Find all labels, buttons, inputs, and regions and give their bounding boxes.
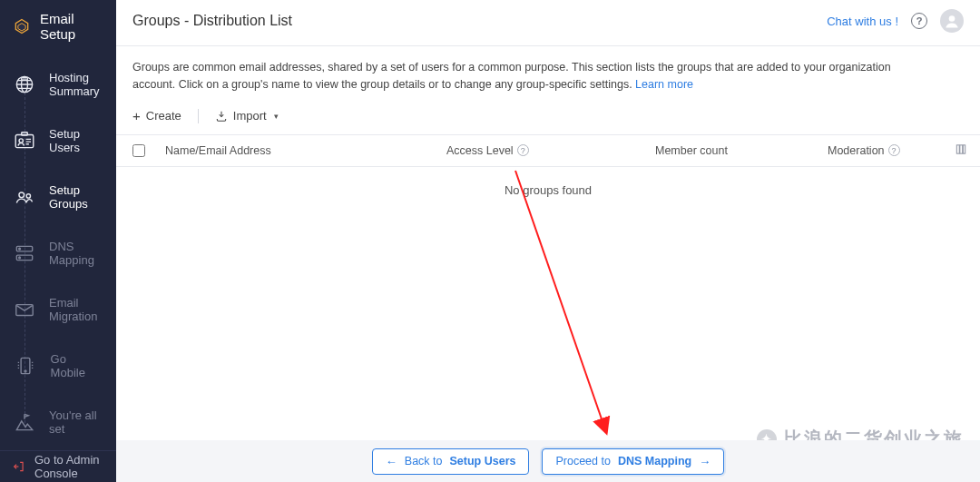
sidebar-item-setup-groups[interactable]: Setup Groups [0, 169, 116, 225]
back-prefix: Back to [405, 455, 443, 467]
exit-icon [13, 459, 25, 474]
select-all-cell [132, 144, 165, 157]
sidebar-item-label: Go Mobile [51, 352, 103, 379]
main: Groups - Distribution List Chat with us … [116, 0, 980, 482]
svg-rect-16 [956, 145, 959, 153]
sidebar-footer-label: Go to Admin Console [34, 453, 103, 480]
col-access-label: Access Level [446, 144, 514, 157]
app-logo-icon [13, 16, 31, 36]
sidebar-item-go-mobile[interactable]: Go Mobile [0, 338, 116, 394]
description-text: Groups are common email addresses, share… [132, 61, 891, 91]
back-button[interactable]: ← Back to Setup Users [372, 448, 530, 475]
learn-more-link[interactable]: Learn more [635, 78, 693, 91]
svg-point-7 [26, 194, 30, 198]
sidebar-item-label: DNS Mapping [49, 240, 103, 267]
divider [198, 109, 199, 123]
avatar[interactable] [940, 9, 964, 33]
help-icon[interactable]: ? [911, 13, 927, 29]
svg-point-5 [19, 139, 23, 143]
arrow-left-icon: ← [386, 455, 397, 468]
col-member[interactable]: Member count [655, 144, 828, 157]
col-access[interactable]: Access Level ? [446, 144, 655, 157]
create-label: Create [146, 109, 181, 123]
sidebar-item-label: Hosting Summary [49, 71, 103, 98]
sidebar-item-label: Setup Groups [49, 183, 103, 211]
mobile-icon [13, 353, 38, 379]
chevron-down-icon: ▾ [274, 112, 279, 121]
table-header: Name/Email Address Access Level ? Member… [116, 134, 980, 167]
svg-point-15 [949, 15, 956, 22]
col-moderation[interactable]: Moderation ? [828, 144, 964, 157]
sidebar-item-hosting-summary[interactable]: Hosting Summary [0, 56, 116, 113]
plus-icon: + [132, 109, 141, 123]
sidebar-header: Email Setup [0, 0, 116, 56]
svg-point-10 [19, 248, 21, 250]
import-label: Import [233, 109, 267, 123]
users-group-icon [13, 184, 36, 210]
topbar: Groups - Distribution List Chat with us … [116, 0, 980, 46]
column-settings-icon[interactable] [955, 143, 967, 158]
sidebar-steps: Hosting Summary Setup Users [0, 56, 116, 450]
select-all-checkbox[interactable] [132, 144, 145, 157]
toolbar: + Create Import ▾ [116, 100, 980, 134]
flag-peak-icon [13, 409, 36, 435]
sidebar-item-label: Setup Users [49, 127, 103, 154]
svg-rect-18 [963, 145, 965, 153]
svg-point-14 [24, 370, 26, 372]
sidebar-item-label: Email Migration [49, 296, 103, 323]
envelope-icon [13, 297, 36, 322]
proceed-bold: DNS Mapping [618, 455, 691, 467]
proceed-button[interactable]: Proceed to DNS Mapping → [542, 448, 724, 475]
id-card-icon [13, 128, 36, 153]
sidebar: Email Setup Hosting Summary [0, 0, 116, 482]
sidebar-item-dns-mapping[interactable]: DNS Mapping [0, 225, 116, 281]
svg-rect-17 [960, 145, 963, 153]
sidebar-title: Email Setup [40, 11, 103, 42]
sidebar-item-email-migration[interactable]: Email Migration [0, 281, 116, 338]
footer-bar: ← Back to Setup Users Proceed to DNS Map… [116, 440, 980, 482]
dns-icon [13, 241, 36, 266]
svg-rect-4 [22, 133, 28, 135]
empty-state: No groups found [116, 167, 980, 213]
svg-point-6 [19, 192, 24, 198]
col-moderation-label: Moderation [828, 144, 885, 157]
description: Groups are common email addresses, share… [116, 46, 915, 100]
svg-point-11 [19, 257, 21, 259]
top-actions: Chat with us ! ? [827, 9, 964, 33]
arrow-right-icon: → [699, 455, 710, 468]
sidebar-item-setup-users[interactable]: Setup Users [0, 113, 116, 169]
globe-icon [13, 72, 36, 97]
go-to-admin-console[interactable]: Go to Admin Console [0, 450, 116, 482]
help-icon[interactable]: ? [517, 144, 529, 156]
sidebar-item-label: You're all set [49, 408, 103, 436]
help-icon[interactable]: ? [888, 144, 900, 156]
page-title: Groups - Distribution List [132, 13, 292, 29]
import-button[interactable]: Import ▾ [215, 109, 279, 123]
col-name[interactable]: Name/Email Address [165, 144, 446, 157]
import-icon [215, 110, 228, 123]
create-button[interactable]: + Create [132, 109, 181, 123]
svg-rect-13 [21, 358, 30, 373]
chat-with-us-link[interactable]: Chat with us ! [827, 15, 898, 28]
back-bold: Setup Users [450, 455, 516, 467]
proceed-prefix: Proceed to [555, 455, 610, 467]
sidebar-item-all-set[interactable]: You're all set [0, 394, 116, 450]
